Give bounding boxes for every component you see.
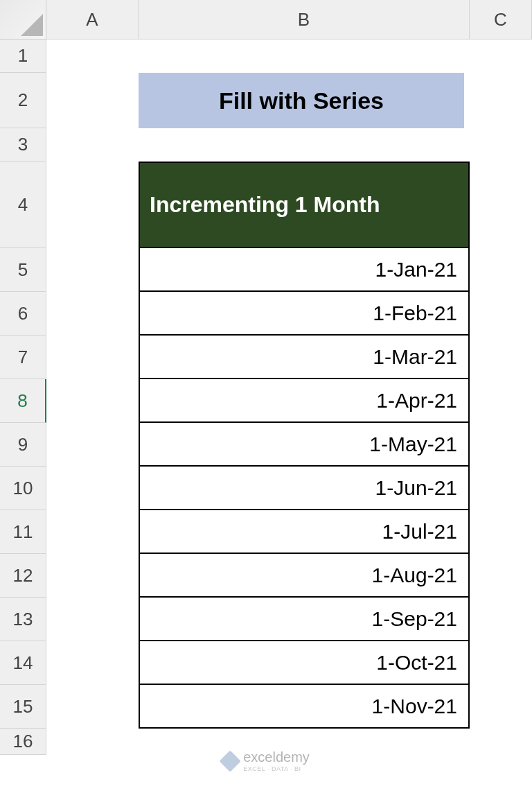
cell-b1[interactable] xyxy=(139,40,470,73)
row-header-13[interactable]: 13 xyxy=(0,598,46,641)
row-header-8[interactable]: 8 xyxy=(0,379,46,423)
row-header-11[interactable]: 11 xyxy=(0,510,46,554)
cell-c2[interactable] xyxy=(470,73,532,128)
date-cell: 1-Aug-21 xyxy=(139,554,470,598)
date-cell: 1-Apr-21 xyxy=(139,379,470,423)
table-header: Incrementing 1 Month xyxy=(139,162,470,248)
date-cell: 1-Jul-21 xyxy=(139,510,470,554)
cell-b8[interactable]: 1-Apr-21 xyxy=(139,379,470,423)
cell-c12[interactable] xyxy=(470,554,532,598)
cell-c5[interactable] xyxy=(470,248,532,292)
cell-c7[interactable] xyxy=(470,336,532,379)
row-header-9[interactable]: 9 xyxy=(0,423,46,467)
watermark-name: exceldemy xyxy=(243,749,310,755)
date-cell: 1-Jun-21 xyxy=(139,467,470,510)
cell-c10[interactable] xyxy=(470,467,532,510)
row-header-15[interactable]: 15 xyxy=(0,685,46,729)
cell-a3[interactable] xyxy=(46,128,139,162)
cell-a14[interactable] xyxy=(46,641,139,685)
date-cell: 1-May-21 xyxy=(139,423,470,467)
cell-c4[interactable] xyxy=(470,162,532,248)
date-cell: 1-Sep-21 xyxy=(139,598,470,641)
cell-a1[interactable] xyxy=(46,40,139,73)
cell-a10[interactable] xyxy=(46,467,139,510)
row-header-7[interactable]: 7 xyxy=(0,336,46,379)
cell-a6[interactable] xyxy=(46,292,139,336)
cell-c9[interactable] xyxy=(470,423,532,467)
row-header-14[interactable]: 14 xyxy=(0,641,46,685)
row-header-4[interactable]: 4 xyxy=(0,162,46,248)
cell-a15[interactable] xyxy=(46,685,139,729)
cell-c8[interactable] xyxy=(470,379,532,423)
cell-b6[interactable]: 1-Feb-21 xyxy=(139,292,470,336)
cell-a7[interactable] xyxy=(46,336,139,379)
date-cell: 1-Jan-21 xyxy=(139,248,470,292)
cell-c15[interactable] xyxy=(470,685,532,729)
col-header-c[interactable]: C xyxy=(470,0,532,40)
cell-b10[interactable]: 1-Jun-21 xyxy=(139,467,470,510)
cell-b12[interactable]: 1-Aug-21 xyxy=(139,554,470,598)
cell-b15[interactable]: 1-Nov-21 xyxy=(139,685,470,729)
row-header-1[interactable]: 1 xyxy=(0,40,46,73)
cell-b13[interactable]: 1-Sep-21 xyxy=(139,598,470,641)
cell-c3[interactable] xyxy=(470,128,532,162)
cell-b3[interactable] xyxy=(139,128,470,162)
cell-c13[interactable] xyxy=(470,598,532,641)
cell-b14[interactable]: 1-Oct-21 xyxy=(139,641,470,685)
cell-c6[interactable] xyxy=(470,292,532,336)
row-header-3[interactable]: 3 xyxy=(0,128,46,162)
cell-b5[interactable]: 1-Jan-21 xyxy=(139,248,470,292)
cell-c11[interactable] xyxy=(470,510,532,554)
cell-b9[interactable]: 1-May-21 xyxy=(139,423,470,467)
title-box: Fill with Series xyxy=(139,73,464,128)
cell-b4[interactable]: Incrementing 1 Month xyxy=(139,162,470,248)
date-cell: 1-Mar-21 xyxy=(139,336,470,379)
cell-c16[interactable] xyxy=(470,729,532,755)
row-header-2[interactable]: 2 xyxy=(0,73,46,128)
col-header-b[interactable]: B xyxy=(139,0,470,40)
cell-a2[interactable] xyxy=(46,73,139,128)
cell-c1[interactable] xyxy=(470,40,532,73)
row-header-12[interactable]: 12 xyxy=(0,554,46,598)
cell-b11[interactable]: 1-Jul-21 xyxy=(139,510,470,554)
select-all-corner[interactable] xyxy=(0,0,46,40)
row-header-10[interactable]: 10 xyxy=(0,467,46,510)
cell-c14[interactable] xyxy=(470,641,532,685)
cell-a11[interactable] xyxy=(46,510,139,554)
col-header-a[interactable]: A xyxy=(46,0,139,40)
cell-b2[interactable]: Fill with Series xyxy=(139,73,470,128)
row-header-16[interactable]: 16 xyxy=(0,729,46,755)
cell-b7[interactable]: 1-Mar-21 xyxy=(139,336,470,379)
date-cell: 1-Oct-21 xyxy=(139,641,470,685)
cell-a9[interactable] xyxy=(46,423,139,467)
cell-a13[interactable] xyxy=(46,598,139,641)
cell-a16[interactable] xyxy=(46,729,139,755)
date-cell: 1-Feb-21 xyxy=(139,292,470,336)
spreadsheet-grid: A B C 1 2 Fill with Series 3 4 Increment… xyxy=(0,0,532,755)
row-header-5[interactable]: 5 xyxy=(0,248,46,292)
cell-a8[interactable] xyxy=(46,379,139,423)
cell-a4[interactable] xyxy=(46,162,139,248)
watermark-logo-icon xyxy=(220,750,241,755)
cell-a12[interactable] xyxy=(46,554,139,598)
cell-a5[interactable] xyxy=(46,248,139,292)
date-cell: 1-Nov-21 xyxy=(139,685,470,729)
row-header-6[interactable]: 6 xyxy=(0,292,46,336)
